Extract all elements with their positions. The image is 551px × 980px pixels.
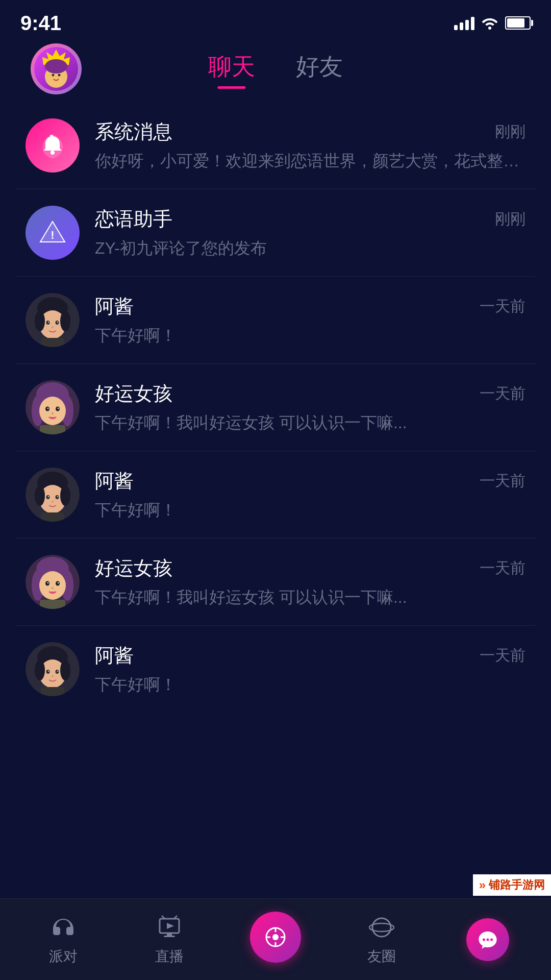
bottom-nav: 派对 直播 [0, 898, 551, 980]
svg-point-78 [486, 938, 489, 941]
message-name: 系统消息 [95, 119, 172, 145]
message-content: 好运女孩 一天前 下午好啊！我叫好运女孩 可以认识一下嘛... [95, 555, 525, 609]
message-time: 一天前 [480, 558, 525, 579]
message-content: 恋语助手 刚刚 ZY-初九评论了您的发布 [95, 206, 525, 260]
svg-point-45 [39, 571, 66, 600]
home-center-button[interactable] [250, 912, 301, 963]
assistant-avatar: ! [26, 206, 80, 260]
list-item[interactable]: 阿酱 一天前 下午好啊！ [15, 277, 536, 364]
list-item[interactable]: 系统消息 刚刚 你好呀，小可爱！欢迎来到恋语世界，颜艺大赏，花式整盘... [15, 102, 536, 189]
nav-label-circle: 友圈 [367, 947, 396, 966]
message-preview: 下午好啊！我叫好运女孩 可以认识一下嘛... [95, 586, 525, 609]
svg-rect-66 [167, 933, 172, 936]
watermark-arrow-icon: » [479, 878, 486, 892]
message-name: 好运女孩 [95, 381, 172, 407]
user-avatar-ajiang2 [26, 468, 80, 522]
header: 聊天 好友 [0, 41, 551, 102]
list-item[interactable]: 好运女孩 一天前 下午好啊！我叫好运女孩 可以认识一下嘛... [15, 538, 536, 626]
list-item[interactable]: 阿酱 一天前 下午好啊！ [15, 626, 536, 713]
circle-icon [367, 913, 396, 942]
status-time: 9:41 [20, 12, 61, 35]
user-avatar-ajiang [26, 293, 80, 347]
svg-point-14 [56, 321, 59, 325]
svg-point-16 [57, 322, 58, 323]
svg-point-33 [35, 485, 45, 506]
list-item[interactable]: 好运女孩 一天前 下午好啊！我叫好运女孩 可以认识一下嘛... [15, 364, 536, 451]
svg-point-26 [47, 408, 48, 409]
svg-point-34 [60, 485, 70, 506]
message-preview: 下午好啊！ [95, 499, 525, 522]
message-name: 好运女孩 [95, 555, 172, 581]
svg-point-12 [60, 311, 70, 331]
svg-point-60 [57, 671, 58, 672]
live-icon [155, 913, 184, 942]
message-name: 阿酱 [95, 293, 134, 320]
message-preview: 下午好啊！我叫好运女孩 可以认识一下嘛... [95, 412, 525, 434]
svg-point-28 [52, 412, 54, 414]
svg-point-36 [56, 495, 59, 499]
svg-point-50 [52, 587, 54, 589]
svg-point-38 [57, 496, 58, 497]
svg-point-55 [35, 660, 45, 680]
nav-item-chat[interactable] [435, 918, 541, 961]
message-preview: 你好呀，小可爱！欢迎来到恋语世界，颜艺大赏，花式整盘... [95, 150, 525, 173]
signal-icon [454, 16, 474, 30]
svg-point-25 [56, 407, 60, 411]
svg-point-46 [45, 581, 49, 586]
svg-point-39 [52, 501, 54, 503]
message-preview: 下午好啊！ [95, 674, 525, 696]
svg-point-56 [60, 660, 70, 680]
message-list: 系统消息 刚刚 你好呀，小可爱！欢迎来到恋语世界，颜艺大赏，花式整盘... ! … [0, 102, 551, 898]
list-item[interactable]: 阿酱 一天前 下午好啊！ [15, 451, 536, 538]
svg-point-15 [48, 322, 49, 323]
svg-point-4 [58, 74, 61, 77]
svg-point-48 [47, 582, 48, 583]
nav-item-party[interactable]: 派对 [10, 913, 116, 966]
svg-point-59 [48, 671, 49, 672]
tab-friends[interactable]: 好友 [296, 51, 343, 87]
tab-chat[interactable]: 聊天 [208, 51, 255, 87]
svg-point-49 [58, 582, 59, 583]
user-avatar-lucky [26, 380, 80, 434]
svg-point-47 [56, 581, 60, 586]
svg-point-24 [45, 407, 49, 411]
user-avatar[interactable] [31, 43, 82, 94]
nav-label-live: 直播 [155, 947, 184, 966]
svg-point-17 [52, 326, 54, 328]
message-content: 阿酱 一天前 下午好啊！ [95, 293, 525, 347]
svg-point-61 [52, 675, 54, 677]
message-time: 一天前 [480, 471, 525, 492]
svg-point-2 [45, 59, 67, 74]
svg-rect-51 [40, 600, 65, 609]
wifi-icon [482, 16, 498, 30]
headphones-icon [49, 913, 78, 942]
message-name: 阿酱 [95, 468, 134, 494]
svg-point-13 [46, 321, 50, 325]
message-time: 刚刚 [495, 209, 525, 230]
message-time: 一天前 [480, 645, 525, 666]
user-avatar-lucky2 [26, 555, 80, 609]
svg-rect-67 [164, 936, 175, 937]
svg-point-70 [272, 934, 279, 940]
svg-rect-40 [41, 512, 64, 522]
message-content: 阿酱 一天前 下午好啊！ [95, 643, 525, 696]
svg-point-3 [52, 74, 55, 77]
svg-point-35 [46, 495, 50, 499]
nav-label-party: 派对 [49, 947, 78, 966]
nav-item-circle[interactable]: 友圈 [329, 913, 435, 966]
list-item[interactable]: ! 恋语助手 刚刚 ZY-初九评论了您的发布 [15, 189, 536, 277]
battery-icon [505, 16, 531, 30]
svg-point-77 [483, 938, 485, 941]
svg-rect-62 [41, 687, 64, 696]
message-preview: ZY-初九评论了您的发布 [95, 237, 525, 260]
nav-item-live[interactable]: 直播 [116, 913, 222, 966]
message-name: 恋语助手 [95, 206, 172, 232]
chat-nav-button[interactable] [466, 918, 509, 961]
message-time: 一天前 [480, 383, 525, 404]
svg-text:!: ! [51, 229, 54, 241]
message-content: 好运女孩 一天前 下午好啊！我叫好运女孩 可以认识一下嘛... [95, 381, 525, 434]
svg-rect-29 [40, 425, 65, 434]
nav-item-home[interactable] [222, 912, 329, 968]
status-bar: 9:41 [0, 0, 551, 41]
svg-point-57 [46, 670, 50, 674]
